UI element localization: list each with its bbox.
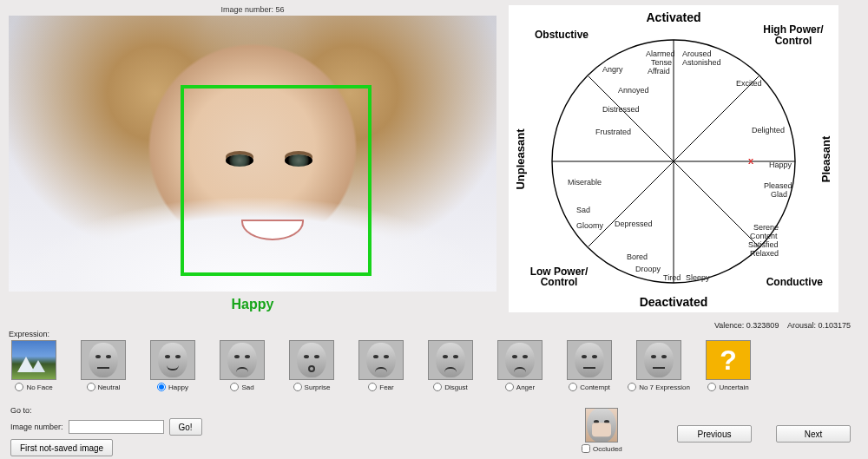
previous-button[interactable]: Previous — [677, 425, 752, 443]
expression-option-fear: Fear — [356, 340, 406, 391]
expression-radio-neutral[interactable] — [87, 383, 95, 391]
face-icon — [644, 343, 674, 377]
occluded-label: Occluded — [593, 445, 622, 453]
expression-radio-happy[interactable] — [157, 383, 166, 391]
valence-arousal-marker: x — [748, 155, 753, 166]
expression-label-sad[interactable]: Sad — [241, 384, 253, 391]
emotion-sad: Sad — [576, 207, 590, 214]
emotion-gloomy: Gloomy — [576, 222, 603, 230]
expression-label-no7[interactable]: No 7 Expression — [639, 384, 690, 391]
valence-value: 0.323809 — [746, 321, 779, 330]
expression-label-fear[interactable]: Fear — [379, 384, 393, 391]
expression-label-noface[interactable]: No Face — [26, 384, 52, 391]
expression-label-happy[interactable]: Happy — [168, 384, 188, 391]
goto-button[interactable]: Go! — [169, 418, 202, 436]
emotion-bored: Bored — [627, 253, 648, 261]
emotion-afraid: Affraid — [648, 68, 670, 75]
emotion-tired: Tired — [663, 274, 681, 282]
expression-radio-fear[interactable] — [368, 383, 377, 391]
emotion-miserable: Miserable — [568, 179, 602, 187]
question-icon: ? — [707, 341, 750, 379]
expression-thumb-happy[interactable] — [150, 340, 195, 380]
next-button[interactable]: Next — [776, 425, 851, 443]
expression-thumb-disgust[interactable] — [428, 340, 473, 380]
expression-label-contempt[interactable]: Contempt — [580, 384, 610, 391]
arousal-label: Arousal: — [787, 321, 816, 330]
expression-radio-surprise[interactable] — [293, 383, 302, 391]
face-bounding-box — [181, 85, 372, 276]
expression-thumb-fear[interactable] — [358, 340, 404, 380]
first-unsaved-button[interactable]: First not-saved image — [10, 439, 113, 456]
expression-option-surprise: Surprise — [286, 340, 337, 391]
axis-unpleasant: Unpleasant — [514, 128, 527, 189]
expression-label-disgust[interactable]: Disgust — [444, 384, 468, 391]
arousal-value: 0.103175 — [818, 321, 851, 330]
emotion-astonished: Astonished — [682, 59, 721, 67]
expression-thumb-neutral[interactable] — [81, 340, 126, 380]
emotion-distressed: Distressed — [602, 106, 640, 114]
expression-label-surprise[interactable]: Surprise — [305, 384, 331, 391]
emotion-excited: Excited — [736, 80, 762, 88]
expression-radio-anger[interactable] — [505, 383, 514, 391]
emotion-glad: Glad — [771, 191, 787, 199]
occluded-section: Occluded — [582, 408, 622, 453]
occluded-checkbox[interactable] — [582, 444, 590, 453]
expression-radio-noface[interactable] — [15, 383, 23, 391]
main-image — [9, 16, 496, 292]
face-icon — [575, 343, 604, 377]
emotion-depressed: Depressed — [615, 220, 653, 228]
expression-radio-no7[interactable] — [628, 383, 636, 391]
expression-thumb-sad[interactable] — [220, 340, 265, 380]
expression-radio-disgust[interactable] — [433, 383, 442, 391]
goto-field-label: Image number: — [10, 423, 63, 431]
expression-label-neutral[interactable]: Neutral — [98, 384, 121, 391]
goto-section: Go to: Image number: Go! First not-saved… — [10, 406, 202, 456]
emotion-frustrated: Frustrated — [595, 128, 631, 136]
expression-options: No FaceNeutralHappySadSurpriseFearDisgus… — [9, 340, 753, 391]
image-number-label: Image number: 56 — [9, 5, 496, 14]
expression-option-disgust: Disgust — [425, 340, 476, 391]
emotion-delighted: Delighted — [752, 127, 785, 134]
expression-caption: Happy — [9, 297, 496, 312]
axis-obstructive: Obstuctive — [535, 30, 589, 41]
emotion-angry: Angry — [602, 66, 623, 74]
face-icon — [505, 343, 535, 377]
expression-option-happy: Happy — [148, 340, 198, 391]
emotion-droopy: Droopy — [635, 266, 661, 273]
emotion-sleepy: Sleepy — [686, 274, 710, 282]
valence-label: Valence: — [714, 321, 744, 330]
emotion-annoyed: Annoyed — [618, 87, 649, 95]
face-icon — [89, 343, 118, 377]
expression-thumb-anger[interactable] — [497, 340, 542, 380]
expression-option-neutral: Neutral — [78, 340, 128, 391]
expression-option-no7: No 7 Expression — [634, 340, 684, 391]
face-icon — [227, 343, 257, 377]
expression-radio-contempt[interactable] — [569, 383, 577, 391]
occluded-thumbnail — [585, 408, 618, 443]
expression-thumb-contempt[interactable] — [567, 340, 612, 380]
expression-thumb-uncertain[interactable]: ? — [706, 340, 751, 380]
axis-pleasant: Pleasant — [819, 136, 832, 182]
expression-label-anger[interactable]: Anger — [516, 384, 535, 391]
expression-option-sad: Sad — [217, 340, 267, 391]
expression-option-uncertain: ?Uncertain — [703, 340, 753, 391]
axis-high-power: High Power/ Control — [759, 24, 828, 46]
goto-image-number-input[interactable] — [69, 420, 164, 434]
expression-label-uncertain[interactable]: Uncertain — [719, 384, 748, 391]
expression-thumb-noface[interactable] — [11, 340, 56, 380]
expression-thumb-no7[interactable] — [636, 340, 681, 380]
axis-activated: Activated — [646, 10, 700, 24]
expression-radio-sad[interactable] — [230, 383, 239, 391]
circumplex-diagram[interactable]: Activated Deactivated Unpleasant Pleasan… — [509, 5, 838, 312]
expression-thumb-surprise[interactable] — [289, 340, 334, 380]
emotion-relaxed: Relaxed — [750, 250, 779, 258]
face-icon — [297, 343, 326, 377]
metrics-readout: Valence: 0.323809 Arousal: 0.103175 — [714, 321, 851, 330]
face-icon — [158, 343, 187, 377]
face-icon — [436, 343, 465, 377]
axis-low-power: Low Power/ Control — [524, 266, 594, 288]
axis-conductive: Conductive — [766, 277, 823, 288]
face-icon — [366, 343, 396, 377]
axis-deactivated: Deactivated — [640, 295, 708, 309]
expression-radio-uncertain[interactable] — [707, 383, 716, 391]
